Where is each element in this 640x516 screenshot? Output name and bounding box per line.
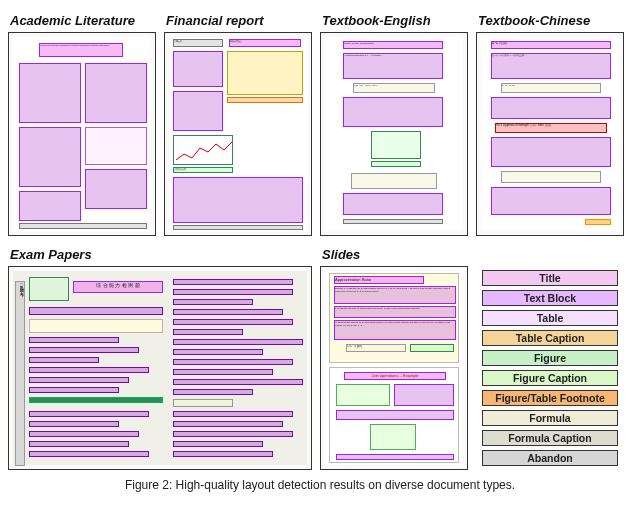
legend-text-block: Text Block: [482, 290, 618, 306]
exam-sidebar: 姓名 / 班级 / 考号: [15, 281, 25, 466]
header-exam: Exam Papers: [8, 240, 312, 262]
chapter-title: 第三章 线性变换: [491, 41, 611, 49]
legend: Title Text Block Table Table Caption Fig…: [476, 266, 624, 470]
table-caption: [227, 97, 303, 103]
text-block: [19, 63, 81, 123]
abandon-box: [19, 223, 147, 229]
exam-title: 综 合 能 力 检 测 题: [73, 281, 163, 293]
footnote-box: [585, 219, 611, 225]
figure-box: [29, 277, 69, 301]
slide-title: Approximation Ratio: [334, 276, 424, 284]
legend-abandon: Abandon: [482, 450, 618, 466]
header-academic: Academic Literature: [8, 6, 156, 28]
figure-caption-text: Figure 2: High-quality layout detection …: [8, 478, 632, 492]
figure-caption: [410, 344, 454, 352]
panel-academic: Vision-and-Language Transformer Without …: [8, 32, 156, 236]
text-block: Definition 1 An algorithm has an approxi…: [334, 286, 456, 304]
legend-figure: Figure: [482, 350, 618, 366]
text-block: [19, 191, 81, 221]
legend-table: Table: [482, 310, 618, 326]
logo-abandon: 华泰证券: [173, 39, 223, 47]
formula-box: [351, 173, 437, 189]
legend-formula-caption: Formula Caption: [482, 430, 618, 446]
figure-grid: Academic Literature Financial report Tex…: [8, 6, 632, 470]
panel-exam: 姓名 / 班级 / 考号 综 合 能 力 检 测 题: [8, 266, 312, 470]
legend-table-caption: Table Caption: [482, 330, 618, 346]
text-block: [394, 384, 454, 406]
text-block: [173, 91, 223, 131]
text-block: A linear transformation T: V → W satisfi…: [343, 53, 443, 79]
figure-box: [371, 131, 421, 159]
legend-formula: Formula: [482, 410, 618, 426]
header-slides: Slides: [320, 240, 468, 262]
figure-box: [29, 397, 163, 403]
text-block: [85, 63, 147, 123]
figure-caption: [371, 161, 421, 167]
table-box: [85, 127, 147, 165]
legend-figure-caption: Figure Caption: [482, 370, 618, 386]
table-box: [336, 384, 390, 406]
text-block: [19, 127, 81, 187]
line-chart-icon: [174, 136, 233, 165]
text-block: [343, 193, 443, 215]
section-header: §5.3 Lippman-Schwinger 方程: Born 近似: [495, 123, 607, 133]
header-financial: Financial report: [164, 6, 312, 28]
legend-title: Title: [482, 270, 618, 286]
header-legend-spacer: [476, 240, 624, 262]
text-block: [491, 187, 611, 215]
figure-box: [173, 135, 233, 165]
panel-financial: 华泰证券 宏观研究报告 季度营收趋势: [164, 32, 312, 236]
text-block: If an algorithm achieves an approximatio…: [334, 306, 456, 318]
figure-caption: 季度营收趋势: [173, 167, 233, 173]
formula-box: C/C* ≤ ρ(n): [346, 344, 406, 352]
table-box: [370, 424, 416, 450]
text-block: 设 V 与 W 均为数域 F 上的线性空间…: [491, 53, 611, 79]
panel-textbook-cn: 第三章 线性变换 设 V 与 W 均为数域 F 上的线性空间… ψ = φ + …: [476, 32, 624, 236]
header-textbook-en: Textbook-English: [320, 6, 468, 28]
formula-box: ψ = φ + G₀Vψ: [501, 83, 601, 93]
panel-slides: Approximation Ratio Definition 1 An algo…: [320, 266, 468, 470]
panel-textbook-en: Chapter 3 Linear Transformations A linea…: [320, 32, 468, 236]
text-block: [336, 454, 454, 460]
abandon-box: [343, 219, 443, 224]
text-block: [343, 97, 443, 127]
chapter-title: Chapter 3 Linear Transformations: [343, 41, 443, 49]
text-block: [491, 137, 611, 167]
formula-box: [501, 171, 601, 183]
abandon-box: [173, 225, 303, 230]
formula-box: T(αu + βv) = αT(u) + βT(v): [353, 83, 435, 93]
score-table: [29, 319, 163, 333]
text-block: [491, 97, 611, 119]
text-block: [173, 51, 223, 87]
slide-title: Join operations – Example: [344, 372, 446, 380]
text-block: [85, 169, 147, 209]
title-box: 宏观研究报告: [229, 39, 301, 47]
title-box: Vision-and-Language Transformer Without …: [39, 43, 123, 57]
text-block: An approximation scheme for an optimizat…: [334, 320, 456, 340]
text-block: [173, 177, 303, 223]
header-textbook-cn: Textbook-Chinese: [476, 6, 624, 28]
text-block: [29, 307, 163, 315]
text-block: [336, 410, 454, 420]
table-box: [227, 51, 303, 95]
legend-figure-table-footnote: Figure/Table Footnote: [482, 390, 618, 406]
formula-box: [173, 399, 233, 407]
